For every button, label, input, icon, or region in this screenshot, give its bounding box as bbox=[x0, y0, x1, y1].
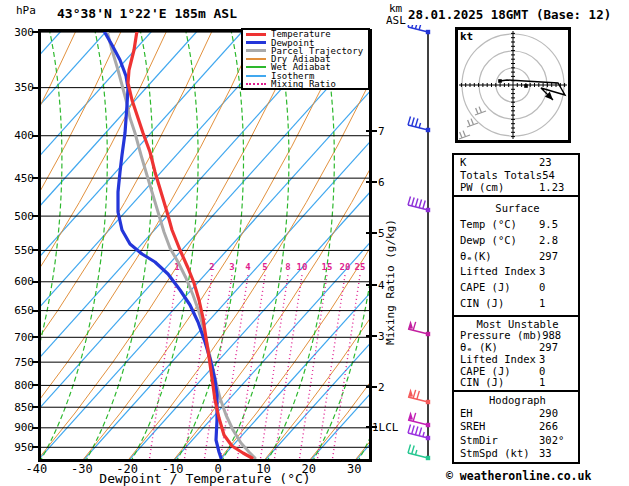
isotherm-lines bbox=[38, 29, 372, 462]
pressure-tick bbox=[32, 135, 39, 137]
table-row-label: CAPE (J) bbox=[460, 282, 539, 293]
legend-label: Mixing Ratio bbox=[271, 80, 336, 88]
table-row: StmSpd (kt)33 bbox=[460, 448, 575, 459]
table-row-label: Dewp (°C) bbox=[460, 235, 539, 246]
pressure-tick-label: 500 bbox=[4, 211, 34, 222]
table-row-value: 1 bbox=[539, 298, 575, 309]
pressure-tick bbox=[32, 87, 39, 89]
table-row-value: 266 bbox=[539, 421, 575, 432]
mixing-ratio-axis-label: Mixing Ratio (g/kg) bbox=[384, 219, 397, 345]
pressure-tick bbox=[32, 215, 39, 217]
legend-swatch bbox=[246, 58, 266, 60]
wind-barb bbox=[408, 197, 430, 213]
copyright: © weatheronline.co.uk bbox=[446, 469, 591, 483]
table-row-value: 2.8 bbox=[539, 235, 575, 246]
pressure-tick-label: 600 bbox=[4, 276, 34, 287]
wind-barb bbox=[408, 445, 430, 461]
pressure-tick bbox=[32, 31, 39, 33]
table-row: Totals Totals54 bbox=[460, 170, 575, 181]
table-row-label: Lifted Index bbox=[460, 266, 539, 277]
wind-barb bbox=[408, 412, 430, 428]
km-tick-label: 6 bbox=[378, 177, 385, 188]
pressure-tick-label: 950 bbox=[4, 442, 34, 453]
table-row-value: 9.5 bbox=[539, 219, 575, 230]
table-row-label: Lifted Index bbox=[460, 354, 539, 365]
table-row-label: StmDir bbox=[460, 435, 539, 446]
pressure-tick-label: 900 bbox=[4, 422, 34, 433]
table-row-value: 54 bbox=[542, 170, 578, 181]
table-row: StmDir302° bbox=[460, 435, 575, 446]
mixing-ratio-value-label: 4 bbox=[245, 262, 251, 272]
sounding-screenshot: hPa 43°38'N 1°22'E 185m ASL km ASL 28.01… bbox=[0, 0, 629, 486]
table-row: PW (cm)1.23 bbox=[460, 182, 575, 193]
table-row: Pressure (mb)988 bbox=[460, 330, 575, 341]
table-section: Most UnstablePressure (mb)988θₑ (K)297Li… bbox=[452, 315, 580, 392]
wind-barb bbox=[408, 321, 430, 337]
hodograph-unit-label: kt bbox=[460, 30, 473, 43]
table-section: K23Totals Totals54PW (cm)1.23 bbox=[452, 153, 580, 197]
table-section: HodographEH290SREH266StmDir302°StmSpd (k… bbox=[452, 390, 580, 464]
pressure-unit-label: hPa bbox=[16, 4, 36, 17]
table-row-label: EH bbox=[460, 408, 539, 419]
table-row-label: θₑ(K) bbox=[460, 251, 539, 262]
table-row-label: CIN (J) bbox=[460, 377, 539, 388]
pressure-tick-label: 750 bbox=[4, 357, 34, 368]
pressure-tick bbox=[32, 336, 39, 338]
pressure-tick-label: 400 bbox=[4, 130, 34, 141]
table-row-value: 0 bbox=[539, 282, 575, 293]
table-row-value: 23 bbox=[539, 157, 575, 168]
mixing-ratio-value-label: 10 bbox=[297, 262, 308, 272]
table-row-value: 290 bbox=[539, 408, 575, 419]
table-section: SurfaceTemp (°C)9.5Dewp (°C)2.8θₑ(K)297L… bbox=[452, 195, 580, 317]
legend-swatch bbox=[246, 83, 266, 85]
table-row-label: PW (cm) bbox=[460, 182, 539, 193]
pressure-tick-label: 700 bbox=[4, 332, 34, 343]
table-section-title: Hodograph bbox=[460, 395, 575, 406]
table-row-value: 3 bbox=[539, 354, 575, 365]
pressure-tick bbox=[32, 177, 39, 179]
pressure-tick bbox=[32, 427, 39, 429]
table-row: Lifted Index3 bbox=[460, 354, 575, 365]
km-tick-label: 7 bbox=[378, 126, 385, 137]
table-row: Temp (°C)9.5 bbox=[460, 219, 575, 230]
legend-swatch bbox=[246, 49, 266, 52]
wind-barb bbox=[408, 117, 430, 133]
table-row-label: Temp (°C) bbox=[460, 219, 539, 230]
pressure-tick bbox=[32, 310, 39, 312]
km-tick bbox=[366, 335, 377, 337]
pressure-tick-label: 800 bbox=[4, 380, 34, 391]
table-row-label: CAPE (J) bbox=[460, 366, 539, 377]
table-row-label: K bbox=[460, 157, 539, 168]
table-row-label: CIN (J) bbox=[460, 298, 539, 309]
mixing-ratio-value-label: 2 bbox=[209, 262, 214, 272]
table-row: Lifted Index3 bbox=[460, 266, 575, 277]
pressure-tick-label: 550 bbox=[4, 245, 34, 256]
table-row-value: 3 bbox=[539, 266, 575, 277]
table-row-value: 988 bbox=[542, 330, 578, 341]
pressure-tick bbox=[32, 446, 39, 448]
table-row: K23 bbox=[460, 157, 575, 168]
table-row-value: 0 bbox=[539, 366, 575, 377]
km-tick bbox=[366, 130, 377, 132]
table-section-title: Most Unstable bbox=[460, 319, 575, 330]
km-tick bbox=[366, 284, 377, 286]
km-tick bbox=[366, 232, 377, 234]
pressure-tick-label: 650 bbox=[4, 305, 34, 316]
pressure-tick bbox=[32, 281, 39, 283]
mixing-ratio-value-label: 5 bbox=[262, 262, 267, 272]
table-row: θₑ(K)297 bbox=[460, 251, 575, 262]
mixing-ratio-value-label: 3 bbox=[229, 262, 234, 272]
table-row: CIN (J)1 bbox=[460, 298, 575, 309]
temperature-axis-label: Dewpoint / Temperature (°C) bbox=[38, 471, 372, 486]
table-row: SREH266 bbox=[460, 421, 575, 432]
mixing-ratio-value-label: 8 bbox=[285, 262, 290, 272]
wind-barb bbox=[408, 389, 430, 405]
pressure-tick bbox=[32, 406, 39, 408]
table-row-label: SREH bbox=[460, 421, 539, 432]
legend-swatch bbox=[246, 66, 266, 68]
table-row-label: Pressure (mb) bbox=[460, 330, 542, 341]
mixing-ratio-value-label: 25 bbox=[355, 262, 366, 272]
legend-swatch bbox=[246, 33, 266, 36]
table-row-label: Totals Totals bbox=[460, 170, 542, 181]
legend-box: TemperatureDewpointParcel TrajectoryDry … bbox=[241, 28, 370, 90]
